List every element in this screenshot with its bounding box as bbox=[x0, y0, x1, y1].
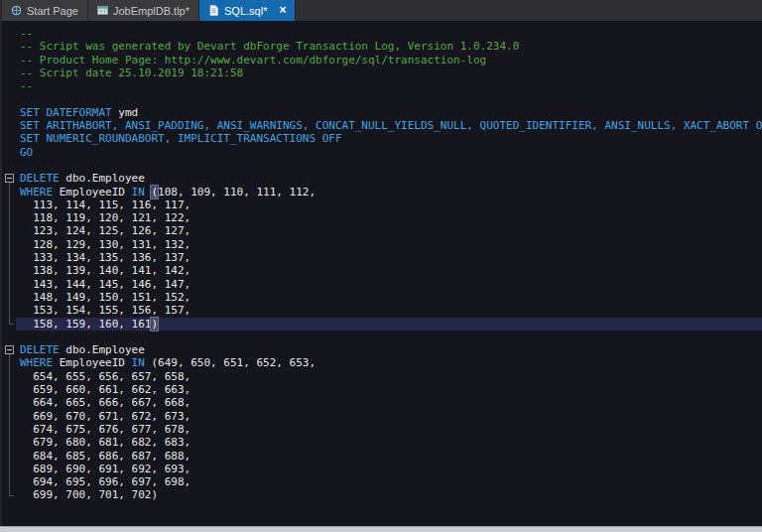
code-segment: 108, 109, 110, 111, 112, bbox=[158, 186, 316, 199]
code-segment: IN bbox=[132, 356, 145, 369]
code-line: 679, 680, 681, 682, 683, bbox=[2, 436, 762, 449]
code-line bbox=[2, 159, 762, 172]
code-segment: 659, 660, 661, 662, 663, bbox=[20, 383, 190, 396]
code-segment: DELETE bbox=[20, 343, 60, 356]
code-line: 113, 114, 115, 116, 117, bbox=[2, 199, 762, 211]
code-segment: 694, 695, 696, 697, 698, bbox=[20, 475, 190, 488]
start-page-icon bbox=[11, 5, 22, 16]
code-segment: 158, 159, 160, 161 bbox=[20, 318, 151, 331]
code-line: 669, 670, 671, 672, 673, bbox=[2, 410, 762, 423]
code-line: 143, 144, 145, 146, 147, bbox=[2, 278, 762, 291]
tab-label: JobEmplDB.tlp* bbox=[113, 5, 190, 17]
code-segment: ymd bbox=[112, 106, 139, 119]
code-segment: EmployeeID bbox=[53, 356, 131, 369]
code-segment: -- bbox=[20, 79, 33, 92]
sql-editor[interactable]: ---- Script was generated by Devart dbFo… bbox=[0, 21, 762, 526]
code-segment: 674, 675, 676, 677, 678, bbox=[20, 423, 190, 436]
fold-collapse-toggle[interactable] bbox=[5, 345, 14, 354]
code-line bbox=[2, 92, 762, 105]
code-segment: SET NUMERIC_ROUNDABORT, IMPLICIT_TRANSAC… bbox=[20, 132, 342, 145]
code-line: 684, 685, 686, 687, 688, bbox=[2, 450, 762, 463]
code-line: -- Script date 25.10.2019 18:21:58 bbox=[2, 66, 762, 79]
code-segment: 669, 670, 671, 672, 673, bbox=[20, 410, 190, 423]
tab-sql-sql[interactable]: SQL.sql* × bbox=[199, 0, 296, 21]
tab-label: Start Page bbox=[27, 5, 78, 17]
sql-document-icon bbox=[208, 5, 219, 16]
code-segment: dbo.Employee bbox=[60, 343, 145, 356]
code-segment: 133, 134, 135, 136, 137, bbox=[20, 251, 190, 264]
fold-extent-line bbox=[9, 183, 10, 324]
code-line: 118, 119, 120, 121, 122, bbox=[2, 211, 762, 224]
code-segment: 118, 119, 120, 121, 122, bbox=[20, 211, 190, 224]
code-line: SET ARITHABORT, ANSI_PADDING, ANSI_WARNI… bbox=[2, 119, 762, 132]
code-line: -- Script was generated by Devart dbForg… bbox=[2, 40, 762, 53]
code-segment: WHERE bbox=[20, 186, 53, 199]
code-line: 123, 124, 125, 126, 127, bbox=[2, 224, 762, 237]
code-segment: 679, 680, 681, 682, 683, bbox=[20, 436, 190, 449]
code-segment: SET ARITHABORT, ANSI_PADDING, ANSI_WARNI… bbox=[20, 119, 762, 132]
fold-collapse-toggle[interactable] bbox=[5, 174, 14, 183]
code-line: -- bbox=[2, 27, 762, 40]
fold-extent-end bbox=[9, 495, 14, 496]
code-segment: 148, 149, 150, 151, 152, bbox=[20, 291, 190, 304]
code-segment: 654, 655, 656, 657, 658, bbox=[20, 370, 190, 383]
code-line: DELETE dbo.Employee bbox=[2, 343, 762, 356]
code-line: 694, 695, 696, 697, 698, bbox=[2, 475, 762, 488]
code-segment: -- bbox=[20, 27, 33, 40]
code-line: 689, 690, 691, 692, 693, bbox=[2, 463, 762, 475]
code-segment: EmployeeID bbox=[53, 186, 131, 199]
code-segment: 128, 129, 130, 131, 132, bbox=[20, 238, 190, 251]
code-line bbox=[2, 331, 762, 343]
code-segment: 113, 114, 115, 116, 117, bbox=[20, 199, 190, 211]
code-line: 654, 655, 656, 657, 658, bbox=[2, 370, 762, 383]
code-line: GO bbox=[2, 146, 762, 159]
code-area: ---- Script was generated by Devart dbFo… bbox=[2, 27, 762, 502]
document-tab-bar: Start Page JobEmplDB.tlp* SQL.sql* × bbox=[0, 0, 762, 21]
tab-start-page[interactable]: Start Page bbox=[2, 0, 88, 21]
code-segment: SET DATEFORMAT bbox=[20, 106, 112, 119]
code-line: SET DATEFORMAT ymd bbox=[2, 106, 762, 119]
code-line: 128, 129, 130, 131, 132, bbox=[2, 238, 762, 251]
code-segment: 138, 139, 140, 141, 142, bbox=[20, 264, 190, 277]
code-segment: DELETE bbox=[20, 172, 60, 185]
code-line: -- bbox=[2, 79, 762, 92]
code-line: SET NUMERIC_ROUNDABORT, IMPLICIT_TRANSAC… bbox=[2, 132, 762, 145]
code-segment: dbo.Employee bbox=[60, 172, 145, 185]
code-line: 133, 134, 135, 136, 137, bbox=[2, 251, 762, 264]
code-line: 664, 665, 666, 667, 668, bbox=[2, 396, 762, 409]
code-segment: 699, 700, 701, 702) bbox=[20, 488, 158, 501]
code-segment: 689, 690, 691, 692, 693, bbox=[20, 463, 190, 475]
code-segment: -- Product Home Page: http://www.devart.… bbox=[20, 54, 486, 66]
code-segment: (649, 650, 651, 652, 653, bbox=[145, 356, 316, 369]
code-line: WHERE EmployeeID IN (108, 109, 110, 111,… bbox=[2, 186, 762, 199]
current-code-line: 158, 159, 160, 161) bbox=[2, 318, 762, 331]
matched-bracket: ) bbox=[151, 318, 158, 331]
text-caret bbox=[158, 319, 159, 330]
code-line: 659, 660, 661, 662, 663, bbox=[2, 383, 762, 396]
code-line: 699, 700, 701, 702) bbox=[2, 488, 762, 501]
code-segment: 664, 665, 666, 667, 668, bbox=[20, 396, 190, 409]
tab-jobempldb-tlp[interactable]: JobEmplDB.tlp* bbox=[88, 0, 199, 21]
code-line: -- Product Home Page: http://www.devart.… bbox=[2, 54, 762, 66]
code-line: 138, 139, 140, 141, 142, bbox=[2, 264, 762, 277]
code-segment: -- Script was generated by Devart dbForg… bbox=[20, 40, 519, 53]
code-segment: 143, 144, 145, 146, 147, bbox=[20, 278, 190, 291]
tab-label: SQL.sql* bbox=[224, 5, 267, 17]
fold-extent-end bbox=[9, 324, 14, 325]
code-line: WHERE EmployeeID IN (649, 650, 651, 652,… bbox=[2, 356, 762, 369]
code-segment: -- Script date 25.10.2019 18:21:58 bbox=[20, 66, 243, 79]
code-segment: 684, 685, 686, 687, 688, bbox=[20, 450, 190, 463]
status-bar bbox=[0, 526, 762, 532]
code-segment: GO bbox=[20, 146, 33, 159]
code-segment: IN bbox=[132, 186, 145, 199]
table-document-icon bbox=[97, 5, 108, 16]
fold-extent-line bbox=[9, 354, 10, 495]
code-segment: 123, 124, 125, 126, 127, bbox=[20, 224, 190, 237]
code-line: DELETE dbo.Employee bbox=[2, 172, 762, 185]
code-line: 148, 149, 150, 151, 152, bbox=[2, 291, 762, 304]
code-line: 153, 154, 155, 156, 157, bbox=[2, 304, 762, 317]
close-tab-icon[interactable]: × bbox=[279, 5, 286, 16]
code-line: 674, 675, 676, 677, 678, bbox=[2, 423, 762, 436]
code-segment: WHERE bbox=[20, 356, 53, 369]
code-segment: 153, 154, 155, 156, 157, bbox=[20, 304, 190, 317]
